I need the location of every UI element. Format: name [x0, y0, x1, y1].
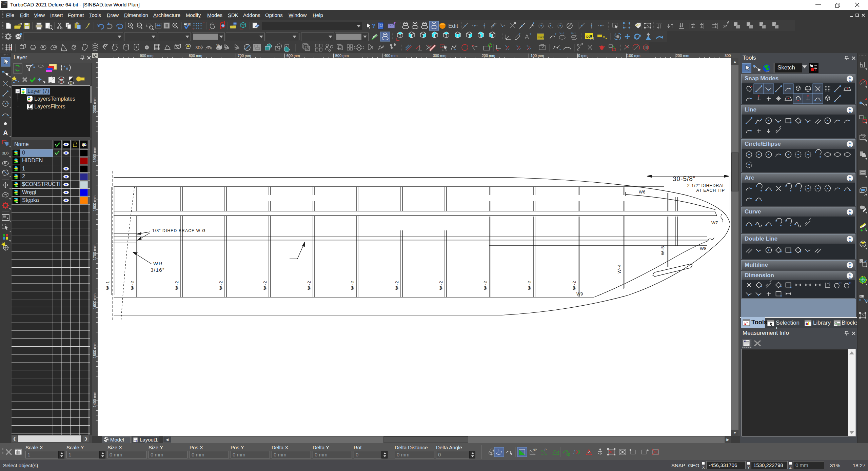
svg-text:W8: W8: [700, 246, 707, 251]
svg-text:3/16”: 3/16”: [151, 267, 165, 273]
svg-text:?: ?: [372, 23, 375, 29]
svg-text:?: ?: [530, 33, 531, 36]
svg-text:3D: 3D: [196, 45, 201, 50]
svg-text:A: A: [829, 282, 831, 285]
svg-text:W-2: W-2: [307, 281, 312, 290]
svg-text:pdf: pdf: [586, 34, 592, 38]
svg-text:W9: W9: [576, 292, 583, 296]
svg-text:S=1: S=1: [571, 32, 576, 35]
svg-text:W-2: W-2: [438, 281, 443, 290]
svg-text:W-2: W-2: [483, 281, 488, 290]
svg-text:W-4: W-4: [617, 264, 622, 273]
svg-text:V=?: V=?: [559, 32, 565, 35]
svg-text:W6: W6: [639, 190, 646, 194]
svg-text:R: R: [849, 281, 851, 284]
svg-text:W-5: W-5: [660, 246, 665, 255]
svg-text:W-2: W-2: [572, 281, 577, 290]
svg-text:W-2: W-2: [394, 281, 399, 290]
svg-text:S=1: S=1: [538, 35, 544, 39]
svg-text:W-1: W-1: [105, 281, 110, 290]
svg-text:W7: W7: [711, 221, 718, 225]
svg-text:W-2: W-2: [218, 281, 223, 290]
svg-text:?: ?: [555, 33, 556, 36]
svg-text:1/8” DIHED BRACE W-G: 1/8” DIHED BRACE W-G: [152, 228, 206, 233]
svg-text:3D: 3D: [2, 151, 7, 155]
svg-text:2-1/2” DIHEDRAL: 2-1/2” DIHEDRAL: [687, 183, 725, 188]
svg-text:3D: 3D: [207, 46, 211, 50]
svg-text:A: A: [3, 129, 8, 137]
svg-text:AT EACH TIP: AT EACH TIP: [696, 188, 725, 193]
svg-text:W-2: W-2: [350, 281, 355, 290]
svg-text:P: P: [545, 448, 547, 451]
svg-text:W-2: W-2: [262, 281, 268, 290]
svg-text:?: ?: [519, 33, 520, 36]
svg-text:30-5/8”: 30-5/8”: [673, 175, 695, 182]
svg-text:R: R: [840, 281, 842, 284]
svg-text:WR: WR: [153, 261, 163, 266]
svg-text:W-2: W-2: [130, 281, 135, 290]
svg-text:NP: NP: [533, 448, 537, 451]
svg-text:W-2: W-2: [174, 281, 179, 290]
svg-text:1: 1: [136, 439, 137, 442]
svg-text:Edit: Edit: [448, 23, 458, 29]
svg-text:ABC: ABC: [184, 22, 191, 26]
svg-text:W-2: W-2: [527, 281, 532, 290]
